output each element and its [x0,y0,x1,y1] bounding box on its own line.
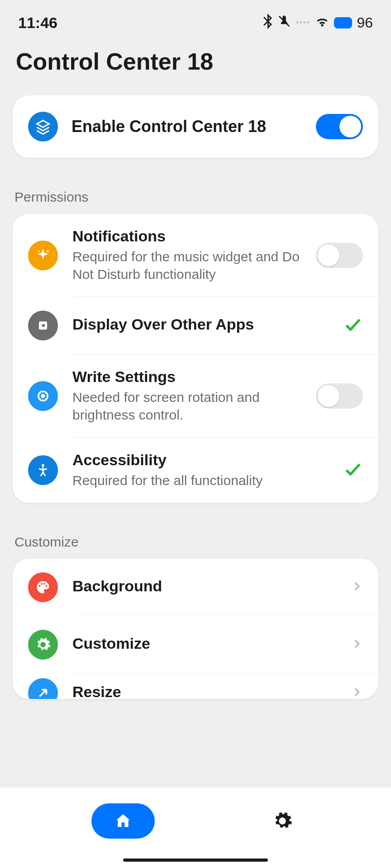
row-title: Resize [72,683,336,699]
layers-icon [28,112,58,142]
bluetooth-icon [262,14,273,32]
chevron-right-icon [350,686,363,699]
palette-icon [28,572,58,602]
notifications-toggle[interactable] [316,243,363,268]
svg-point-7 [46,585,48,587]
permission-notifications[interactable]: Notifications Required for the music wid… [13,214,378,297]
permissions-header: Permissions [0,158,391,214]
row-title: Accessibility [72,451,329,469]
arrow-icon [28,678,58,699]
permissions-card: Notifications Required for the music wid… [13,214,378,503]
row-title: Notifications [72,227,301,245]
permissions-title: Permissions [14,189,88,205]
signal-icon: •••• [296,18,310,28]
row-title: Write Settings [72,368,301,386]
svg-point-4 [39,585,41,587]
customize-resize[interactable]: Resize [13,674,378,699]
row-subtitle: Required for the all functionality [72,472,329,489]
row-title: Background [72,577,336,595]
chevron-right-icon [350,637,363,652]
gear-icon [272,811,293,831]
overlay-icon [28,311,58,340]
customize-background[interactable]: Background [13,559,378,616]
enable-row[interactable]: Enable Control Center 18 [13,95,378,158]
customize-card: Background Customize Resize [13,559,378,699]
home-indicator [123,859,268,862]
svg-point-3 [42,464,44,467]
row-title: Display Over Other Apps [72,316,329,333]
permission-accessibility[interactable]: Accessibility Required for the all funct… [13,438,378,503]
svg-point-2 [42,395,44,397]
sparkle-icon [28,241,58,270]
bottom-nav [0,788,391,868]
settings-tab[interactable] [265,803,300,839]
enable-toggle[interactable] [316,114,363,139]
enable-label: Enable Control Center 18 [72,117,302,136]
wifi-icon [315,15,329,31]
status-bar: 11:46 •••• 96 [0,0,391,41]
chevron-right-icon [350,580,363,594]
person-icon [28,455,58,485]
permission-display-over[interactable]: Display Over Other Apps [13,297,378,354]
enable-card: Enable Control Center 18 [13,95,378,158]
svg-point-6 [43,583,45,585]
customize-customize[interactable]: Customize [13,616,378,673]
home-icon [114,812,132,830]
write-settings-toggle[interactable] [316,383,363,409]
battery-percent: 96 [357,14,373,31]
row-subtitle: Required for the music widget and Do Not… [72,248,301,283]
status-icons: •••• 96 [262,14,373,32]
status-time: 11:46 [18,14,57,32]
page-title: Control Center 18 [0,41,391,95]
battery-icon [334,17,352,28]
check-icon [343,459,363,481]
row-subtitle: Needed for screen rotation and brightnes… [72,388,301,424]
cog-icon [28,630,58,660]
permission-write-settings[interactable]: Write Settings Needed for screen rotatio… [13,354,378,437]
mute-icon [277,14,291,32]
gear-icon [28,381,58,411]
home-tab[interactable] [91,803,155,839]
customize-title: Customize [14,534,79,550]
row-title: Customize [72,635,336,652]
customize-header: Customize [0,503,391,559]
check-icon [343,315,363,336]
svg-point-5 [41,583,43,585]
